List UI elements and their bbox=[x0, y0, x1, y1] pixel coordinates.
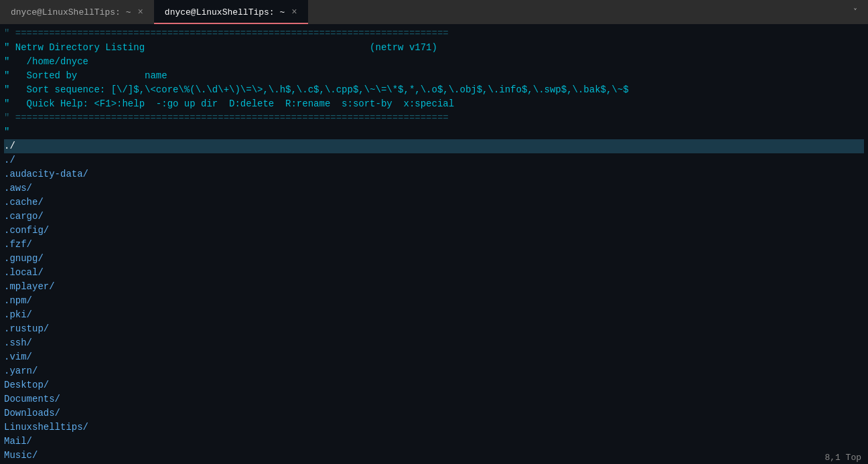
terminal-line: " ======================================… bbox=[4, 111, 864, 125]
terminal-line: " Sort sequence: [\/]$,\<core\%(\.\d\+\)… bbox=[4, 83, 864, 97]
terminal-line: .yarn/ bbox=[4, 364, 864, 378]
terminal-line: " ======================================… bbox=[4, 27, 864, 41]
terminal-line: ./ bbox=[4, 139, 864, 153]
terminal-line: .local/ bbox=[4, 266, 864, 280]
terminal-line: .vim/ bbox=[4, 350, 864, 364]
chevron-down-icon[interactable]: ˅ bbox=[848, 5, 863, 20]
tab-1-close[interactable]: × bbox=[137, 7, 143, 17]
terminal-line: " /home/dnyce bbox=[4, 55, 864, 69]
terminal-line: Desktop/ bbox=[4, 378, 864, 392]
tab-bar-right: ˅ bbox=[848, 0, 868, 24]
terminal-line: .rustup/ bbox=[4, 322, 864, 336]
terminal-line: .ssh/ bbox=[4, 336, 864, 350]
tab-2[interactable]: dnyce@LinuxShellTips: ~ × bbox=[154, 0, 308, 24]
terminal-line: " bbox=[4, 125, 864, 139]
terminal-line: " Sorted by name bbox=[4, 69, 864, 83]
tab-bar: dnyce@LinuxShellTips: ~ × dnyce@LinuxShe… bbox=[0, 0, 868, 24]
tab-2-title: dnyce@LinuxShellTips: ~ bbox=[165, 7, 285, 17]
status-bar: 8,1 Top bbox=[824, 453, 861, 463]
terminal-line: .gnupg/ bbox=[4, 252, 864, 266]
terminal-body[interactable]: " ======================================… bbox=[0, 24, 868, 464]
terminal-line: Downloads/ bbox=[4, 406, 864, 420]
terminal-line: " Quick Help: <F1>:help -:go up dir D:de… bbox=[4, 97, 864, 111]
terminal-line: ./ bbox=[4, 153, 864, 167]
terminal-line: Music/ bbox=[4, 449, 864, 463]
terminal-line: .aws/ bbox=[4, 181, 864, 196]
terminal-line: .config/ bbox=[4, 224, 864, 238]
terminal-line: Linuxshelltips/ bbox=[4, 420, 864, 435]
tab-1[interactable]: dnyce@LinuxShellTips: ~ × bbox=[0, 0, 154, 24]
terminal-line: .pki/ bbox=[4, 308, 864, 322]
terminal-line: .cache/ bbox=[4, 196, 864, 210]
tab-2-close[interactable]: × bbox=[291, 7, 297, 17]
terminal-line: .npm/ bbox=[4, 294, 864, 308]
terminal-line: .audacity-data/ bbox=[4, 167, 864, 181]
terminal-line: .mplayer/ bbox=[4, 280, 864, 294]
terminal-line: Mail/ bbox=[4, 435, 864, 449]
terminal-line: " Netrw Directory Listing (netrw v171) bbox=[4, 41, 864, 55]
terminal-line: .cargo/ bbox=[4, 210, 864, 224]
tab-1-title: dnyce@LinuxShellTips: ~ bbox=[11, 7, 131, 17]
terminal-line: Documents/ bbox=[4, 392, 864, 406]
terminal-line: .fzf/ bbox=[4, 238, 864, 252]
terminal-wrapper: " ======================================… bbox=[0, 24, 868, 464]
